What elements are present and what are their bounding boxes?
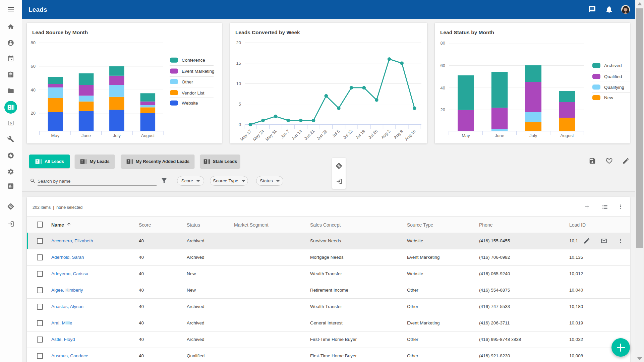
- svg-text:20: 20: [31, 111, 36, 116]
- svg-text:80: 80: [31, 40, 36, 45]
- svg-text:60: 60: [31, 64, 36, 69]
- svg-text:60: 60: [441, 63, 445, 68]
- svg-text:June: June: [495, 133, 504, 138]
- svg-text:Jul 19: Jul 19: [355, 129, 366, 140]
- svg-text:Jul 5: Jul 5: [331, 129, 341, 138]
- svg-text:Other: Other: [182, 79, 193, 84]
- svg-text:Vendor List: Vendor List: [182, 90, 204, 96]
- svg-text:July: July: [529, 133, 537, 138]
- svg-text:80: 80: [441, 41, 445, 46]
- svg-text:5: 5: [239, 102, 241, 107]
- svg-text:August: August: [560, 133, 574, 138]
- svg-text:Conference: Conference: [182, 58, 205, 63]
- svg-text:June: June: [81, 133, 91, 138]
- svg-text:Lead Status by Month: Lead Status by Month: [440, 29, 494, 35]
- svg-text:40: 40: [31, 87, 36, 93]
- svg-text:Lead Source by Month: Lead Source by Month: [32, 29, 88, 35]
- svg-text:Website: Website: [182, 101, 198, 106]
- svg-text:Jun 14: Jun 14: [291, 129, 303, 141]
- svg-text:Jul 26: Jul 26: [367, 129, 379, 140]
- svg-text:Qualified: Qualified: [604, 74, 622, 79]
- svg-text:May 17: May 17: [239, 129, 252, 142]
- svg-text:10: 10: [236, 81, 241, 86]
- svg-text:New: New: [604, 95, 613, 100]
- svg-text:Aug 16: Aug 16: [404, 129, 417, 141]
- svg-text:Jun 28: Jun 28: [316, 129, 328, 141]
- svg-text:20: 20: [441, 107, 445, 112]
- svg-text:0: 0: [239, 122, 241, 127]
- svg-text:Qualifying: Qualifying: [604, 85, 624, 90]
- svg-text:May: May: [51, 133, 60, 138]
- svg-text:Jun 7: Jun 7: [280, 129, 290, 139]
- svg-text:Aug 2: Aug 2: [380, 129, 391, 140]
- svg-text:15: 15: [236, 61, 241, 66]
- svg-text:Jul 12: Jul 12: [342, 129, 354, 140]
- svg-text:Archived: Archived: [604, 63, 622, 68]
- svg-text:May: May: [462, 133, 470, 138]
- svg-text:May 31: May 31: [265, 129, 278, 142]
- svg-text:$: $: [10, 121, 12, 125]
- svg-text:July: July: [113, 133, 121, 138]
- svg-text:40: 40: [441, 85, 445, 90]
- svg-text:Aug 9: Aug 9: [393, 129, 404, 140]
- svg-text:August: August: [141, 133, 155, 138]
- svg-text:Leads Converted by Week: Leads Converted by Week: [235, 29, 300, 35]
- svg-text:May 24: May 24: [252, 129, 265, 142]
- svg-text:Jun 21: Jun 21: [303, 129, 315, 141]
- svg-text:20: 20: [236, 40, 241, 45]
- svg-text:Event Marketing: Event Marketing: [182, 69, 215, 74]
